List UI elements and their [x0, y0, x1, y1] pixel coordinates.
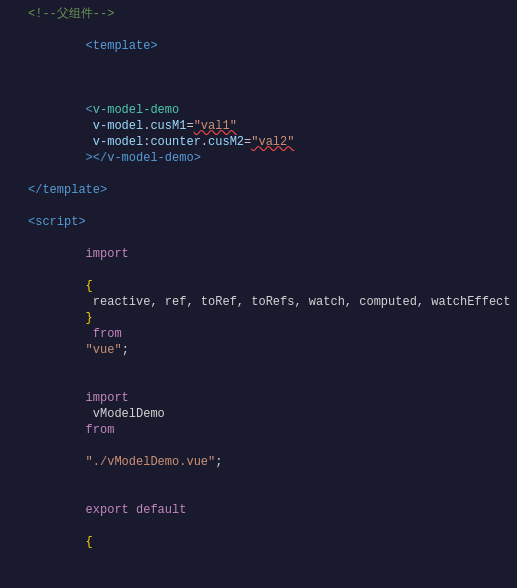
parent-section: <!--父组件--> <template> <v-model-demo v-mo… — [0, 0, 517, 588]
line-comment-parent: <!--父组件--> — [0, 6, 517, 22]
line-template-open: <template> — [0, 22, 517, 70]
line-vmodel: <v-model-demo v-model.cusM1="val1" v-mod… — [0, 70, 517, 182]
editor-container: <!--父组件--> <template> <v-model-demo v-mo… — [0, 0, 517, 588]
line-name: name: "HelloWorld", — [0, 566, 517, 588]
line-import2: import vModelDemo from "./vModelDemo.vue… — [0, 374, 517, 486]
line-import1: import { reactive, ref, toRef, toRefs, w… — [0, 230, 517, 374]
line-export: export default { — [0, 486, 517, 566]
line-blank1 — [0, 198, 517, 214]
line-template-close: </template> — [0, 182, 517, 198]
line-script-open: <script> — [0, 214, 517, 230]
